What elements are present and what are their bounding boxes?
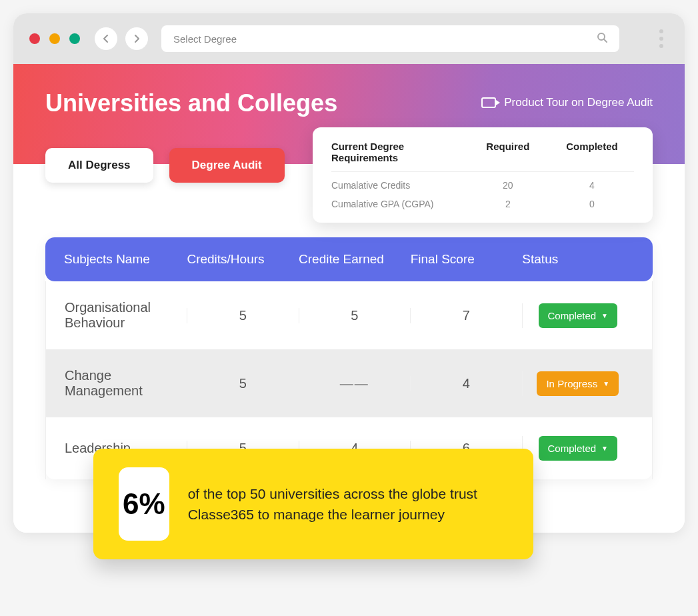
- back-button[interactable]: [95, 27, 117, 50]
- req-completed: 0: [550, 199, 634, 209]
- search-icon: [597, 32, 607, 45]
- more-menu-button[interactable]: [654, 29, 669, 48]
- stat-text: of the top 50 universities across the gl…: [188, 483, 508, 525]
- th-status: Status: [522, 252, 634, 267]
- th-score: Final Score: [411, 252, 523, 267]
- cell-status: Completed ▼: [522, 436, 633, 461]
- arrow-left-icon: [101, 33, 111, 44]
- cell-credits: 5: [187, 308, 298, 323]
- req-label: Cumalative GPA (CGPA): [331, 199, 466, 209]
- req-required: 2: [466, 199, 550, 209]
- req-completed: 4: [550, 180, 634, 191]
- video-icon: [481, 97, 496, 108]
- status-label: Completed: [548, 443, 597, 454]
- table-header: Subjects Name Credits/Hours Credite Earn…: [45, 237, 653, 281]
- status-select[interactable]: Completed ▼: [539, 303, 617, 328]
- caret-down-icon: ▼: [603, 380, 609, 387]
- forward-button[interactable]: [125, 27, 148, 50]
- cell-subject: Organisational Behaviour: [65, 300, 187, 331]
- cell-subject: Change Management: [65, 368, 187, 399]
- status-label: Completed: [548, 310, 597, 321]
- requirements-header: Current Degree Requirements Required Com…: [331, 141, 634, 172]
- hero-banner: Universities and Colleges Product Tour o…: [13, 64, 685, 164]
- close-window-icon[interactable]: [29, 33, 40, 44]
- requirements-row: Cumalative GPA (CGPA) 2 0: [331, 191, 634, 209]
- product-tour-link[interactable]: Product Tour on Degree Audit: [481, 96, 653, 109]
- caret-down-icon: ▼: [601, 312, 608, 319]
- minimize-window-icon[interactable]: [49, 33, 60, 44]
- caret-down-icon: ▼: [601, 445, 608, 452]
- arrow-right-icon: [131, 33, 142, 44]
- stat-callout: 6% of the top 50 universities across the…: [93, 449, 533, 559]
- stat-percent: 6%: [119, 467, 169, 541]
- browser-window: Select Degree Universities and Colleges …: [13, 13, 685, 533]
- subjects-table: Subjects Name Credits/Hours Credite Earn…: [45, 237, 653, 479]
- th-subject: Subjects Name: [64, 252, 187, 267]
- status-label: In Progress: [546, 378, 597, 389]
- product-tour-label: Product Tour on Degree Audit: [504, 96, 653, 109]
- degree-select-input[interactable]: Select Degree: [161, 25, 619, 52]
- cell-score: 7: [410, 308, 521, 323]
- th-earned: Credite Earned: [299, 252, 411, 267]
- status-select[interactable]: In Progress ▼: [537, 371, 619, 396]
- cell-credits: 5: [187, 376, 298, 391]
- req-header-completed: Completed: [550, 141, 634, 163]
- tab-all-degrees[interactable]: All Degress: [45, 148, 153, 183]
- tab-degree-audit[interactable]: Degree Audit: [169, 148, 285, 183]
- req-header-required: Required: [466, 141, 550, 163]
- cell-status: In Progress ▼: [522, 371, 633, 396]
- svg-line-1: [604, 39, 607, 42]
- req-label: Cumalative Credits: [331, 180, 466, 191]
- req-header-title: Current Degree Requirements: [331, 141, 466, 163]
- th-credits: Credits/Hours: [187, 252, 299, 267]
- tabs-row: All Degress Degree Audit: [45, 148, 285, 183]
- traffic-lights: [29, 33, 80, 44]
- cell-score: 4: [410, 376, 521, 391]
- cell-earned: 5: [299, 308, 410, 323]
- table-row: Organisational Behaviour 5 5 7 Completed…: [45, 281, 653, 349]
- req-required: 20: [466, 180, 550, 191]
- status-select[interactable]: Completed ▼: [539, 436, 617, 461]
- search-placeholder: Select Degree: [173, 33, 597, 45]
- table-row: Change Management 5 —— 4 In Progress ▼: [45, 349, 653, 417]
- cell-status: Completed ▼: [522, 303, 633, 328]
- browser-bar: Select Degree: [13, 13, 685, 64]
- cell-earned: ——: [299, 376, 410, 391]
- maximize-window-icon[interactable]: [69, 33, 80, 44]
- requirements-card: Current Degree Requirements Required Com…: [313, 127, 653, 223]
- requirements-row: Cumalative Credits 20 4: [331, 172, 634, 191]
